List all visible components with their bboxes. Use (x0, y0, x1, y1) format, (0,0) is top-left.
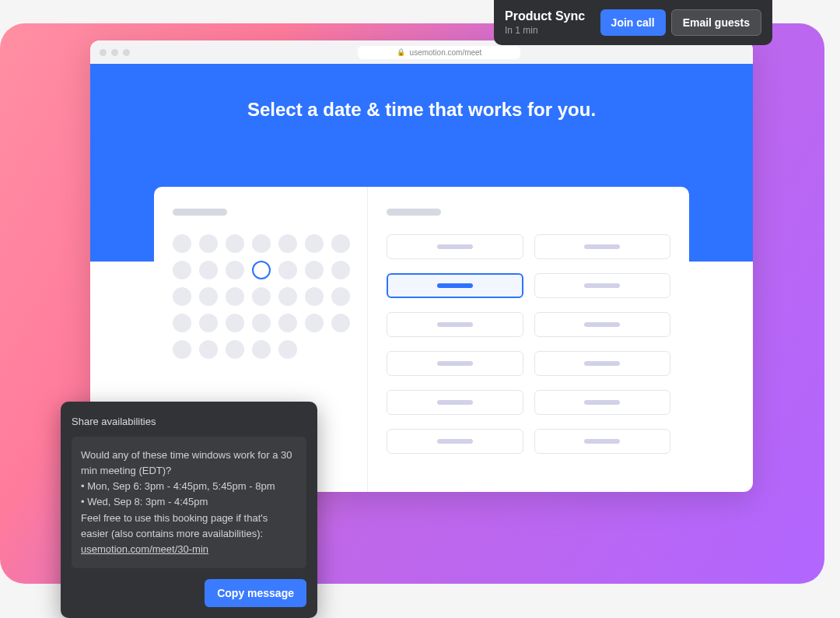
calendar-day[interactable] (226, 234, 244, 253)
timeslot-label-skeleton (437, 322, 473, 327)
timeslot-label-skeleton (584, 244, 620, 249)
timeslot-option[interactable] (534, 312, 671, 337)
share-intro: Would any of these time windows work for… (81, 448, 297, 479)
notification-text: Product Sync In 1 min (505, 9, 593, 36)
calendar-day[interactable] (331, 314, 350, 332)
traffic-light-close[interactable] (100, 49, 107, 56)
calendar-day[interactable] (252, 314, 271, 332)
calendar-day[interactable] (199, 340, 218, 359)
calendar-grid (173, 234, 348, 359)
share-footer: Copy message (72, 579, 306, 607)
calendar-day[interactable] (226, 340, 244, 359)
timeslot-label-skeleton (437, 361, 473, 366)
timeslot-label-skeleton (584, 439, 620, 444)
calendar-day[interactable] (331, 234, 350, 253)
calendar-day[interactable] (226, 314, 244, 332)
share-availabilities-popover: Share availabilities Would any of these … (61, 402, 317, 618)
timeslot-label-skeleton (584, 361, 620, 366)
notification-actions: Join call Email guests (600, 9, 761, 36)
calendar-day[interactable] (252, 287, 271, 306)
copy-message-button[interactable]: Copy message (205, 579, 306, 607)
timeslot-option[interactable] (387, 312, 523, 337)
traffic-light-minimize[interactable] (111, 49, 118, 56)
timeslot-option[interactable] (534, 351, 671, 376)
share-message-body[interactable]: Would any of these time windows work for… (72, 437, 306, 568)
calendar-day[interactable] (173, 340, 191, 359)
timeslot-label-skeleton (584, 283, 620, 288)
timeslot-option[interactable] (387, 390, 523, 415)
calendar-day[interactable] (278, 314, 297, 332)
calendar-day[interactable] (252, 234, 271, 253)
timeslot-grid (387, 234, 670, 454)
date-label-skeleton (387, 209, 441, 216)
calendar-day[interactable] (331, 261, 350, 279)
calendar-day[interactable] (173, 234, 191, 253)
share-outro: Feel free to use this booking page if th… (81, 511, 297, 542)
calendar-day[interactable] (331, 287, 350, 306)
timeslot-option[interactable] (534, 273, 671, 298)
timeslot-label-skeleton (584, 322, 620, 327)
month-label-skeleton (173, 209, 227, 216)
timeslot-panel (368, 187, 689, 492)
calendar-day[interactable] (252, 261, 271, 279)
calendar-day[interactable] (278, 261, 297, 279)
page-title: Select a date & time that works for you. (247, 99, 596, 121)
calendar-day[interactable] (305, 234, 324, 253)
timeslot-label-skeleton (437, 400, 473, 405)
calendar-day[interactable] (278, 340, 297, 359)
calendar-day[interactable] (199, 234, 218, 253)
share-title: Share availabilities (72, 416, 306, 427)
calendar-day[interactable] (226, 261, 244, 279)
share-booking-link[interactable]: usemotion.com/meet/30-min (81, 543, 208, 555)
timeslot-option[interactable] (387, 429, 523, 454)
timeslot-option[interactable] (534, 390, 671, 415)
calendar-day[interactable] (173, 261, 191, 279)
join-call-button[interactable]: Join call (600, 9, 666, 36)
timeslot-option[interactable] (387, 273, 523, 298)
timeslot-option[interactable] (534, 429, 671, 454)
calendar-day[interactable] (199, 314, 218, 332)
calendar-day[interactable] (173, 314, 191, 332)
meeting-notification: Product Sync In 1 min Join call Email gu… (494, 0, 772, 45)
share-bullet-2: • Wed, Sep 8: 3pm - 4:45pm (81, 494, 297, 510)
calendar-day[interactable] (278, 287, 297, 306)
calendar-day[interactable] (226, 287, 244, 306)
email-guests-button[interactable]: Email guests (671, 9, 761, 36)
timeslot-option[interactable] (534, 234, 671, 259)
calendar-day[interactable] (305, 261, 324, 279)
url-text: usemotion.com/meet (410, 48, 482, 57)
timeslot-label-skeleton (437, 439, 473, 444)
timeslot-option[interactable] (387, 351, 523, 376)
lock-icon: 🔒 (397, 48, 405, 56)
timeslot-label-skeleton (584, 400, 620, 405)
traffic-light-zoom[interactable] (123, 49, 130, 56)
timeslot-option[interactable] (387, 234, 523, 259)
url-bar[interactable]: 🔒 usemotion.com/meet (358, 46, 521, 59)
notification-title: Product Sync (505, 9, 593, 23)
calendar-day[interactable] (199, 287, 218, 306)
notification-subtitle: In 1 min (505, 25, 593, 36)
calendar-day[interactable] (305, 314, 324, 332)
share-bullet-1: • Mon, Sep 6: 3pm - 4:45pm, 5:45pm - 8pm (81, 479, 297, 494)
timeslot-label-skeleton (437, 283, 473, 288)
calendar-day[interactable] (305, 287, 324, 306)
calendar-day[interactable] (199, 261, 218, 279)
calendar-day[interactable] (173, 287, 191, 306)
calendar-day[interactable] (252, 340, 271, 359)
calendar-day[interactable] (278, 234, 297, 253)
timeslot-label-skeleton (437, 244, 473, 249)
